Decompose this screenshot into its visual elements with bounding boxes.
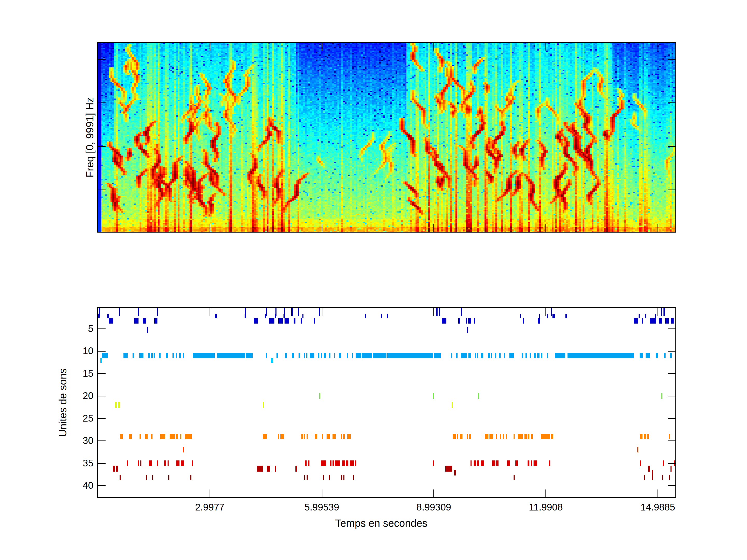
x-tick-label: 14.9885 (640, 502, 675, 513)
y-tick-label: 10 (83, 346, 93, 356)
raster-ylabel: Unites de sons (57, 368, 69, 437)
raster-xlabel: Temps en secondes (335, 517, 428, 529)
x-tick-label: 11.9908 (529, 502, 563, 513)
y-tick-label: 5 (88, 323, 93, 334)
spectrogram-ylabel: Freq [0, 9991] Hz (84, 97, 96, 177)
y-tick-label: 20 (83, 391, 93, 401)
x-tick-label: 8.99309 (416, 502, 451, 513)
x-tick-label: 2.9977 (195, 502, 224, 513)
raster-canvas (98, 308, 675, 497)
y-tick-label: 15 (83, 368, 93, 379)
raster-plot (97, 307, 676, 498)
matlab-figure: Freq [0, 9991] Hz Unites de sons Temps e… (0, 0, 747, 560)
spectrogram-plot (97, 42, 676, 233)
y-tick-label: 40 (83, 480, 93, 491)
spectrogram-canvas (98, 43, 675, 232)
y-tick-label: 25 (83, 413, 93, 424)
x-tick-label: 5.99539 (305, 502, 339, 513)
y-tick-label: 35 (83, 458, 93, 469)
y-tick-label: 30 (83, 435, 93, 446)
